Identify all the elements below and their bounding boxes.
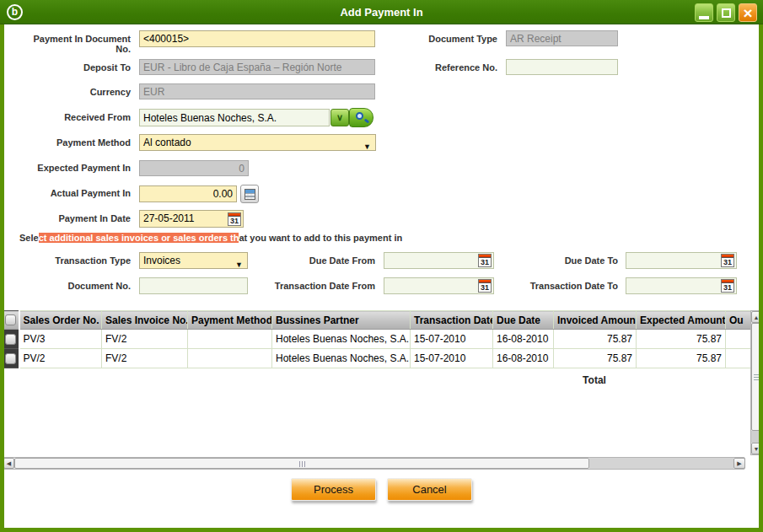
arrow-left-icon: ◀ (7, 460, 11, 467)
received-from-label: Received From (4, 112, 131, 122)
total-label: Total (540, 374, 649, 386)
due-date-to-label: Due Date To (492, 255, 618, 266)
minimize-icon (699, 16, 709, 19)
cell-outstanding (726, 349, 751, 368)
scroll-right-button[interactable]: ▶ (733, 458, 745, 469)
calendar-icon[interactable]: 31 (228, 212, 241, 226)
transaction-date-from-label: Transaction Date From (249, 281, 375, 291)
received-from-dropdown-button[interactable]: ∨ (330, 109, 349, 126)
expected-payment-label: Expected Payment In (4, 163, 131, 173)
chevron-down-icon: ▼ (235, 257, 243, 272)
calculator-icon (244, 189, 255, 200)
transaction-date-to-label: Transaction Date To (492, 281, 618, 291)
horizontal-scrollbar-thumb[interactable] (14, 458, 589, 469)
payment-date-field[interactable]: 27-05-2011 31 (139, 210, 244, 228)
due-date-to-field[interactable]: 31 (626, 252, 737, 269)
table-row: PV/2 FV/2 Hoteles Buenas Noches, S.A. 15… (3, 349, 751, 368)
cell-transaction-date: 15-07-2010 (411, 330, 493, 349)
deposit-to-label: Deposit To (4, 62, 131, 73)
currency-label: Currency (4, 87, 131, 97)
payment-doc-no-label: Payment In Document No. (30, 34, 131, 54)
calculator-button[interactable] (240, 185, 259, 203)
payment-doc-no-input[interactable] (139, 30, 375, 47)
cell-business-partner: Hoteles Buenas Noches, S.A. (272, 330, 411, 349)
cell-expected-amount: 75.87 (637, 349, 726, 368)
maximize-button[interactable] (717, 3, 735, 22)
payment-method-select[interactable]: Al contado ▼ (139, 134, 376, 151)
due-date-from-field[interactable]: 31 (384, 252, 494, 269)
dialog-border-bottom (0, 528, 763, 532)
payment-date-label: Payment In Date (4, 213, 131, 223)
cell-sales-order-no: PV/2 (19, 349, 102, 368)
process-button[interactable]: Process (291, 478, 376, 501)
cell-payment-method (188, 349, 272, 368)
cancel-button[interactable]: Cancel (387, 478, 472, 501)
selection-instruction-text: Select additional sales invoices or sale… (19, 233, 402, 243)
table-row: PV/3 FV/2 Hoteles Buenas Noches, S.A. 15… (3, 330, 751, 349)
cell-due-date: 16-08-2010 (493, 330, 554, 349)
row-checkbox[interactable] (5, 334, 16, 345)
currency-input (139, 83, 375, 99)
col-due-date: Due Date (493, 311, 554, 330)
document-type-input (506, 30, 618, 46)
actual-payment-label: Actual Payment In (4, 188, 131, 198)
close-button[interactable]: × (739, 3, 757, 22)
invoices-grid: Sales Order No. Sales Invoice No. Paymen… (2, 310, 751, 368)
arrow-right-icon: ▶ (737, 460, 741, 467)
maximize-icon (722, 8, 731, 18)
col-transaction-date: Transaction Date (411, 311, 493, 330)
add-payment-in-dialog: b Add Payment In × Payment In Document N… (0, 0, 763, 532)
received-from-input[interactable] (139, 109, 330, 126)
payment-method-label: Payment Method (4, 137, 131, 148)
document-no-label: Document No. (4, 281, 131, 291)
horizontal-scrollbar-track[interactable] (589, 458, 733, 469)
grid-header-row: Sales Order No. Sales Invoice No. Paymen… (3, 311, 751, 330)
calendar-icon[interactable]: 31 (478, 254, 492, 267)
col-expected-amount: Expected Amount (637, 311, 726, 330)
dialog-border-left (0, 24, 4, 532)
row-select-cell (3, 349, 19, 368)
select-all-checkbox[interactable] (5, 314, 16, 325)
cell-expected-amount: 75.87 (637, 330, 726, 349)
transaction-type-label: Transaction Type (4, 255, 131, 266)
minimize-button[interactable] (695, 3, 713, 22)
transaction-date-to-field[interactable]: 31 (626, 277, 737, 294)
titlebar[interactable]: b Add Payment In × (0, 0, 763, 24)
chevron-down-icon: ▼ (363, 139, 371, 154)
cell-transaction-date: 15-07-2010 (411, 349, 493, 368)
horizontal-scrollbar[interactable]: ◀ ▶ (3, 457, 745, 470)
transaction-type-value: Invoices (143, 255, 180, 266)
reference-no-label: Reference No. (371, 62, 497, 73)
transaction-date-from-field[interactable]: 31 (384, 277, 494, 294)
payment-method-value: Al contado (143, 137, 191, 148)
row-checkbox[interactable] (5, 353, 16, 364)
col-business-partner: Bussines Partner (272, 311, 411, 330)
scroll-left-button[interactable]: ◀ (3, 458, 14, 469)
document-no-input[interactable] (139, 277, 248, 294)
cell-due-date: 16-08-2010 (493, 349, 554, 368)
received-from-search-button[interactable] (349, 108, 373, 127)
cell-sales-order-no: PV/3 (19, 330, 102, 349)
reference-no-input[interactable] (506, 59, 618, 75)
cell-invoiced-amount: 75.87 (554, 330, 637, 349)
cell-business-partner: Hoteles Buenas Noches, S.A. (272, 349, 411, 368)
cell-outstanding (726, 330, 751, 349)
due-date-from-label: Due Date From (249, 255, 375, 266)
transaction-type-select[interactable]: Invoices ▼ (139, 252, 248, 269)
col-sales-order-no: Sales Order No. (19, 311, 102, 330)
col-payment-method: Payment Method (188, 311, 272, 330)
row-select-cell (3, 330, 19, 349)
actual-payment-input[interactable] (139, 185, 237, 202)
calendar-icon[interactable]: 31 (478, 279, 492, 293)
highlighted-text: ct additional sales invoices or sales or… (39, 233, 239, 243)
cell-sales-invoice-no: FV/2 (102, 330, 188, 349)
deposit-to-input (139, 59, 375, 75)
payment-date-value: 27-05-2011 (143, 212, 195, 224)
col-sales-invoice-no: Sales Invoice No. (102, 311, 188, 330)
cell-invoiced-amount: 75.87 (554, 349, 637, 368)
dialog-border-right (759, 24, 763, 532)
search-icon (356, 112, 363, 120)
chevron-down-icon: ∨ (336, 112, 343, 122)
calendar-icon[interactable]: 31 (721, 279, 734, 293)
calendar-icon[interactable]: 31 (721, 254, 734, 267)
